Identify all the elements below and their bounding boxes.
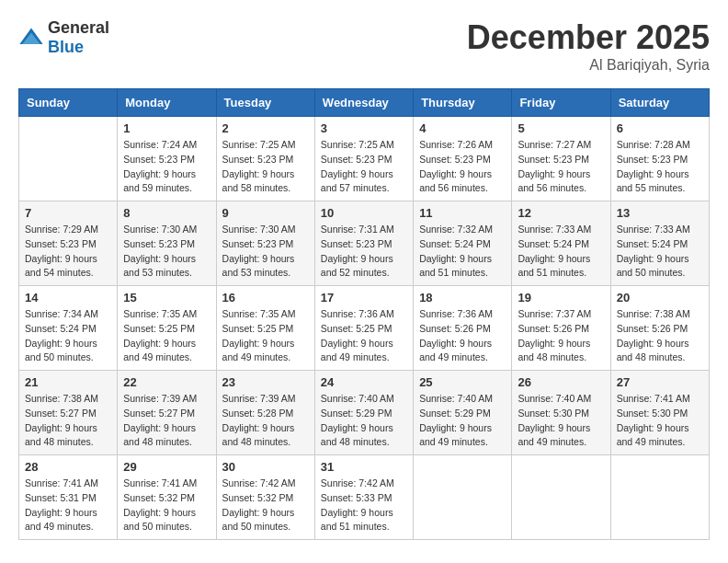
day-number: 21 xyxy=(25,375,111,389)
day-number: 14 xyxy=(25,291,111,304)
day-number: 10 xyxy=(321,206,407,220)
day-info: Sunrise: 7:30 AMSunset: 5:23 PMDaylight:… xyxy=(123,223,210,281)
day-number: 19 xyxy=(518,291,604,304)
calendar-cell: 24Sunrise: 7:40 AMSunset: 5:29 PMDayligh… xyxy=(314,371,413,455)
day-info: Sunrise: 7:35 AMSunset: 5:25 PMDaylight:… xyxy=(123,307,210,365)
day-info: Sunrise: 7:34 AMSunset: 5:24 PMDaylight:… xyxy=(25,307,111,365)
day-number: 26 xyxy=(518,375,604,389)
weekday-header-cell: Sunday xyxy=(19,89,118,117)
day-info: Sunrise: 7:39 AMSunset: 5:27 PMDaylight:… xyxy=(123,392,210,450)
calendar-week-row: 7Sunrise: 7:29 AMSunset: 5:23 PMDaylight… xyxy=(19,201,710,286)
calendar-cell: 8Sunrise: 7:30 AMSunset: 5:23 PMDaylight… xyxy=(118,201,216,286)
day-info: Sunrise: 7:42 AMSunset: 5:33 PMDaylight:… xyxy=(321,477,407,534)
day-number: 24 xyxy=(321,375,407,389)
calendar-cell: 4Sunrise: 7:26 AMSunset: 5:23 PMDaylight… xyxy=(414,117,512,201)
calendar-week-row: 28Sunrise: 7:41 AMSunset: 5:31 PMDayligh… xyxy=(19,455,710,540)
weekday-header-cell: Friday xyxy=(512,89,610,117)
calendar-cell: 28Sunrise: 7:41 AMSunset: 5:31 PMDayligh… xyxy=(19,455,118,540)
day-info: Sunrise: 7:25 AMSunset: 5:23 PMDaylight:… xyxy=(321,138,407,196)
day-info: Sunrise: 7:25 AMSunset: 5:23 PMDaylight:… xyxy=(222,138,309,196)
day-number: 29 xyxy=(123,460,210,474)
calendar-week-row: 21Sunrise: 7:38 AMSunset: 5:27 PMDayligh… xyxy=(19,371,710,455)
calendar-cell: 11Sunrise: 7:32 AMSunset: 5:24 PMDayligh… xyxy=(414,201,512,286)
calendar-cell: 29Sunrise: 7:41 AMSunset: 5:32 PMDayligh… xyxy=(118,455,216,540)
calendar-cell: 2Sunrise: 7:25 AMSunset: 5:23 PMDaylight… xyxy=(216,117,314,201)
day-info: Sunrise: 7:32 AMSunset: 5:24 PMDaylight:… xyxy=(419,223,506,281)
calendar-cell: 10Sunrise: 7:31 AMSunset: 5:23 PMDayligh… xyxy=(314,201,413,286)
day-info: Sunrise: 7:33 AMSunset: 5:24 PMDaylight:… xyxy=(518,223,604,281)
day-info: Sunrise: 7:27 AMSunset: 5:23 PMDaylight:… xyxy=(518,138,604,196)
day-number: 16 xyxy=(222,291,309,304)
day-number: 3 xyxy=(321,121,407,135)
day-number: 5 xyxy=(518,121,604,135)
day-info: Sunrise: 7:35 AMSunset: 5:25 PMDaylight:… xyxy=(222,307,309,365)
weekday-header-cell: Saturday xyxy=(610,89,709,117)
day-number: 22 xyxy=(123,375,210,389)
calendar-cell: 14Sunrise: 7:34 AMSunset: 5:24 PMDayligh… xyxy=(19,286,118,371)
calendar-cell: 1Sunrise: 7:24 AMSunset: 5:23 PMDaylight… xyxy=(118,117,216,201)
calendar-cell: 18Sunrise: 7:36 AMSunset: 5:26 PMDayligh… xyxy=(414,286,512,371)
calendar-cell: 20Sunrise: 7:38 AMSunset: 5:26 PMDayligh… xyxy=(610,286,709,371)
day-info: Sunrise: 7:24 AMSunset: 5:23 PMDaylight:… xyxy=(123,138,210,196)
weekday-header-cell: Monday xyxy=(118,89,216,117)
calendar-cell: 7Sunrise: 7:29 AMSunset: 5:23 PMDaylight… xyxy=(19,201,118,286)
day-number: 27 xyxy=(617,375,703,389)
day-number: 30 xyxy=(222,460,309,474)
location-title: Al Bariqiyah, Syria xyxy=(467,57,710,74)
calendar-cell: 17Sunrise: 7:36 AMSunset: 5:25 PMDayligh… xyxy=(314,286,413,371)
day-info: Sunrise: 7:26 AMSunset: 5:23 PMDaylight:… xyxy=(419,138,506,196)
calendar-cell: 27Sunrise: 7:41 AMSunset: 5:30 PMDayligh… xyxy=(610,371,709,455)
day-info: Sunrise: 7:30 AMSunset: 5:23 PMDaylight:… xyxy=(222,223,309,281)
logo: General Blue xyxy=(18,18,109,57)
day-number: 7 xyxy=(25,206,111,220)
month-title: December 2025 xyxy=(467,18,710,57)
day-info: Sunrise: 7:42 AMSunset: 5:32 PMDaylight:… xyxy=(222,477,309,534)
calendar-cell xyxy=(414,455,512,540)
day-number: 13 xyxy=(617,206,703,220)
day-number: 28 xyxy=(25,460,111,474)
day-number: 17 xyxy=(321,291,407,304)
calendar-cell: 23Sunrise: 7:39 AMSunset: 5:28 PMDayligh… xyxy=(216,371,314,455)
calendar-cell: 25Sunrise: 7:40 AMSunset: 5:29 PMDayligh… xyxy=(414,371,512,455)
calendar-cell: 19Sunrise: 7:37 AMSunset: 5:26 PMDayligh… xyxy=(512,286,610,371)
day-info: Sunrise: 7:33 AMSunset: 5:24 PMDaylight:… xyxy=(617,223,703,281)
day-number: 8 xyxy=(123,206,210,220)
calendar-cell: 13Sunrise: 7:33 AMSunset: 5:24 PMDayligh… xyxy=(610,201,709,286)
calendar-table: SundayMondayTuesdayWednesdayThursdayFrid… xyxy=(18,88,710,540)
weekday-header-cell: Tuesday xyxy=(216,89,314,117)
calendar-cell: 6Sunrise: 7:28 AMSunset: 5:23 PMDaylight… xyxy=(610,117,709,201)
day-info: Sunrise: 7:41 AMSunset: 5:32 PMDaylight:… xyxy=(123,477,210,534)
calendar-cell: 12Sunrise: 7:33 AMSunset: 5:24 PMDayligh… xyxy=(512,201,610,286)
day-number: 1 xyxy=(123,121,210,135)
day-info: Sunrise: 7:38 AMSunset: 5:26 PMDaylight:… xyxy=(617,307,703,365)
day-info: Sunrise: 7:37 AMSunset: 5:26 PMDaylight:… xyxy=(518,307,604,365)
calendar-cell: 26Sunrise: 7:40 AMSunset: 5:30 PMDayligh… xyxy=(512,371,610,455)
day-info: Sunrise: 7:40 AMSunset: 5:29 PMDaylight:… xyxy=(321,392,407,450)
day-info: Sunrise: 7:40 AMSunset: 5:30 PMDaylight:… xyxy=(518,392,604,450)
calendar-cell: 21Sunrise: 7:38 AMSunset: 5:27 PMDayligh… xyxy=(19,371,118,455)
calendar-week-row: 1Sunrise: 7:24 AMSunset: 5:23 PMDaylight… xyxy=(19,117,710,201)
day-info: Sunrise: 7:36 AMSunset: 5:25 PMDaylight:… xyxy=(321,307,407,365)
calendar-cell xyxy=(19,117,118,201)
weekday-header-cell: Wednesday xyxy=(314,89,413,117)
day-number: 2 xyxy=(222,121,309,135)
calendar-cell: 3Sunrise: 7:25 AMSunset: 5:23 PMDaylight… xyxy=(314,117,413,201)
day-number: 6 xyxy=(617,121,703,135)
day-info: Sunrise: 7:40 AMSunset: 5:29 PMDaylight:… xyxy=(419,392,506,450)
day-number: 31 xyxy=(321,460,407,474)
day-info: Sunrise: 7:38 AMSunset: 5:27 PMDaylight:… xyxy=(25,392,111,450)
day-number: 9 xyxy=(222,206,309,220)
calendar-cell: 16Sunrise: 7:35 AMSunset: 5:25 PMDayligh… xyxy=(216,286,314,371)
calendar-cell: 15Sunrise: 7:35 AMSunset: 5:25 PMDayligh… xyxy=(118,286,216,371)
calendar-cell xyxy=(512,455,610,540)
day-number: 20 xyxy=(617,291,703,304)
calendar-cell: 9Sunrise: 7:30 AMSunset: 5:23 PMDaylight… xyxy=(216,201,314,286)
calendar-cell: 22Sunrise: 7:39 AMSunset: 5:27 PMDayligh… xyxy=(118,371,216,455)
title-area: December 2025 Al Bariqiyah, Syria xyxy=(467,18,710,74)
day-info: Sunrise: 7:36 AMSunset: 5:26 PMDaylight:… xyxy=(419,307,506,365)
calendar-cell xyxy=(610,455,709,540)
day-number: 4 xyxy=(419,121,506,135)
day-info: Sunrise: 7:41 AMSunset: 5:31 PMDaylight:… xyxy=(25,477,111,534)
logo-icon xyxy=(18,25,44,51)
logo-text: General Blue xyxy=(48,18,109,57)
